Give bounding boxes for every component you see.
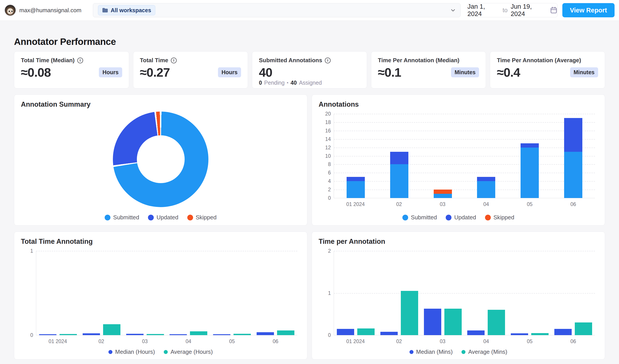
- date-end: Jun 19, 2024: [511, 3, 546, 17]
- kpi-row: Total Time (Median) i ≈0.08 Hours Total …: [14, 51, 605, 88]
- legend-item-skipped[interactable]: Skipped: [187, 214, 217, 221]
- legend-item-median-mins-[interactable]: Median (Mins): [409, 349, 453, 355]
- bar-average-mins--05[interactable]: [531, 333, 549, 335]
- info-icon[interactable]: i: [77, 57, 83, 63]
- bar-segment-updated[interactable]: [477, 177, 495, 181]
- bar-segment-updated[interactable]: [564, 118, 582, 152]
- workspace-filter-select[interactable]: All workspaces: [93, 3, 461, 17]
- legend-item-updated[interactable]: Updated: [446, 214, 476, 221]
- x-axis-label: 05: [508, 201, 551, 207]
- y-axis-tick-label: 0: [320, 332, 331, 338]
- bar-segment-updated[interactable]: [347, 177, 365, 181]
- folder-icon: [102, 8, 108, 13]
- legend-item-median-hours-[interactable]: Median (Hours): [108, 349, 155, 355]
- kpi-card-total-time: Total Time i ≈0.27 Hours: [133, 51, 248, 88]
- x-axis-label: 06: [551, 201, 595, 207]
- bar-average-hours--01-2024[interactable]: [59, 334, 77, 335]
- info-icon[interactable]: i: [325, 57, 331, 63]
- gridline: [334, 148, 595, 148]
- bar-median-mins--02[interactable]: [380, 332, 398, 335]
- bar-06[interactable]: [564, 118, 582, 198]
- y-axis-tick-label: 4: [320, 178, 331, 184]
- bar-average-mins--03[interactable]: [444, 309, 462, 335]
- kpi-title: Time Per Annotation (Average): [497, 57, 581, 64]
- bar-median-hours--03[interactable]: [126, 334, 143, 335]
- info-icon[interactable]: i: [171, 57, 177, 63]
- bar-average-hours--05[interactable]: [234, 334, 251, 335]
- bar-segment-submitted[interactable]: [347, 181, 365, 198]
- chart-title: Annotations: [319, 100, 598, 109]
- legend-item-skipped[interactable]: Skipped: [485, 214, 514, 221]
- gridline: [334, 131, 595, 131]
- y-axis-tick-label: 1: [22, 248, 33, 254]
- topbar: max@humansignal.com All workspaces Jan 1…: [0, 0, 619, 21]
- x-axis-label: 06: [254, 338, 297, 344]
- bar-01-2024[interactable]: [347, 177, 365, 198]
- bar-average-hours--03[interactable]: [147, 334, 164, 335]
- bar-segment-updated[interactable]: [521, 143, 539, 148]
- user-menu[interactable]: max@humansignal.com: [4, 4, 81, 16]
- bar-average-mins--04[interactable]: [488, 310, 505, 335]
- main-content: Annotator Performance Total Time (Median…: [0, 21, 619, 360]
- annotation-summary-donut[interactable]: [113, 112, 208, 207]
- x-axis-label: 04: [464, 338, 508, 344]
- gridline: [334, 122, 595, 123]
- chart-title: Time per Annotation: [319, 238, 598, 246]
- bar-median-hours--01-2024[interactable]: [39, 334, 56, 335]
- bar-median-hours--02[interactable]: [83, 333, 100, 335]
- y-axis-tick-label: 14: [320, 136, 331, 142]
- legend-dot: [409, 350, 413, 354]
- bar-average-mins--06[interactable]: [575, 322, 592, 335]
- annotations-plot: 02468101214161820: [334, 114, 595, 198]
- y-axis-tick-label: 0: [320, 195, 331, 201]
- bar-02[interactable]: [390, 152, 408, 198]
- chevron-down-icon: [450, 8, 455, 13]
- bar-average-hours--02[interactable]: [103, 324, 120, 335]
- bar-segment-submitted[interactable]: [477, 181, 495, 198]
- x-axis-label: 01 2024: [334, 338, 377, 344]
- calendar-icon: [550, 6, 557, 14]
- legend-item-submitted[interactable]: Submitted: [402, 214, 437, 221]
- bar-03[interactable]: [434, 190, 452, 198]
- gridline: [334, 293, 595, 294]
- bar-average-hours--04[interactable]: [190, 331, 207, 335]
- bar-median-hours--04[interactable]: [169, 334, 187, 335]
- legend-item-average-mins-[interactable]: Average (Mins): [462, 349, 507, 355]
- legend-label: Updated: [156, 214, 178, 221]
- gridline: [334, 156, 595, 156]
- bar-segment-submitted[interactable]: [564, 152, 582, 198]
- date-range-picker[interactable]: Jan 1, 2024 to Jun 19, 2024: [467, 3, 557, 17]
- y-axis-tick-label: 6: [320, 170, 331, 176]
- bar-median-mins--06[interactable]: [554, 329, 572, 335]
- bar-median-mins--01-2024[interactable]: [337, 329, 354, 335]
- kpi-card-time-per-annotation-average: Time Per Annotation (Average) ≈0.4 Minut…: [490, 51, 605, 88]
- legend-item-updated[interactable]: Updated: [148, 214, 178, 221]
- bar-segment-updated[interactable]: [390, 152, 408, 165]
- bar-segment-submitted[interactable]: [521, 148, 539, 198]
- bar-median-hours--06[interactable]: [257, 332, 274, 335]
- x-axis-label: 03: [421, 201, 464, 207]
- bar-05[interactable]: [521, 143, 539, 198]
- workspace-chip[interactable]: All workspaces: [98, 5, 155, 15]
- bar-segment-submitted[interactable]: [434, 194, 452, 198]
- bar-average-mins--01-2024[interactable]: [357, 328, 375, 335]
- view-report-button[interactable]: View Report: [562, 3, 615, 17]
- bar-average-hours--06[interactable]: [277, 330, 294, 335]
- bar-median-mins--05[interactable]: [511, 333, 528, 335]
- legend-item-submitted[interactable]: Submitted: [105, 214, 139, 221]
- avatar[interactable]: [4, 4, 16, 16]
- legend-dot: [402, 215, 408, 221]
- y-axis-tick-label: 1: [320, 290, 331, 296]
- x-axis-label: 04: [167, 338, 210, 344]
- bar-median-mins--04[interactable]: [467, 330, 485, 335]
- bar-median-mins--03[interactable]: [424, 309, 441, 335]
- bar-04[interactable]: [477, 177, 495, 198]
- bar-segment-submitted[interactable]: [390, 164, 408, 198]
- legend-label: Submitted: [411, 214, 437, 221]
- bar-median-hours--05[interactable]: [213, 334, 230, 335]
- legend-dot: [462, 350, 465, 354]
- legend-item-average-hours-[interactable]: Average (Hours): [164, 349, 213, 355]
- bar-segment-skipped[interactable]: [434, 190, 452, 194]
- kpi-value: ≈0.4: [497, 65, 520, 80]
- bar-average-mins--02[interactable]: [401, 291, 418, 335]
